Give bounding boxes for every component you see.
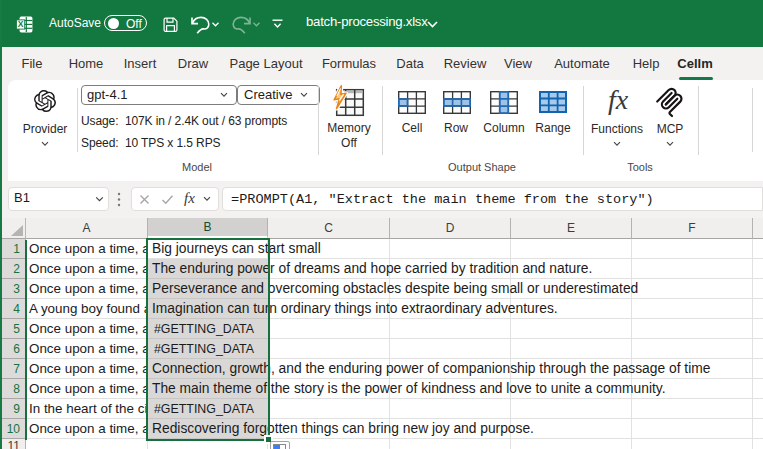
svg-text:X: X (18, 19, 24, 29)
